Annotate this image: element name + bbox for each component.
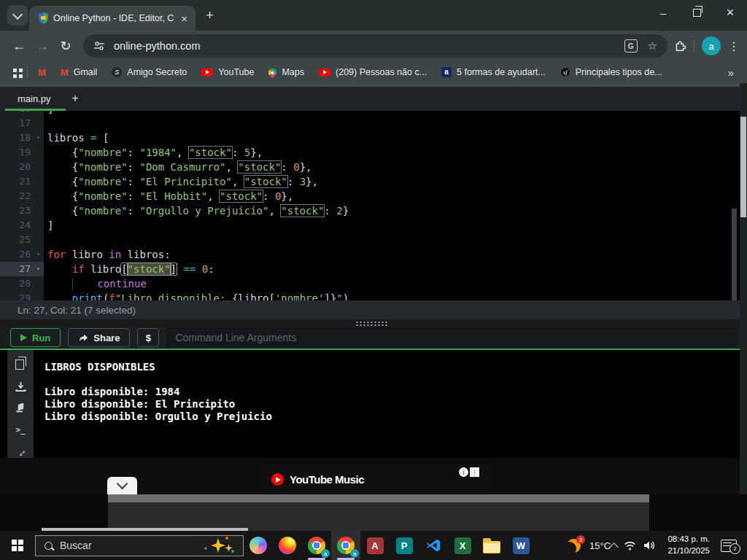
taskbar-explorer[interactable] [477,531,506,560]
resize-handle[interactable] [355,321,389,326]
youtube-icon [201,69,213,77]
console-output[interactable]: LIBROS DISPONIBLES Libro disponible: 198… [34,350,747,458]
wifi-icon[interactable] [622,541,637,551]
split-handle-row [0,319,747,327]
taskbar-weather[interactable]: 3 15°C [566,537,611,554]
extensions-icon[interactable] [673,39,686,52]
address-bar[interactable]: online-python.com G ☆ [83,34,667,58]
volume-icon[interactable] [642,540,657,551]
code-line-24[interactable]: 24] [0,218,747,233]
code-line-23[interactable]: 23 {"nombre": "Orgullo y Prejuicio", "st… [0,203,747,218]
bookmark-item[interactable]: SAmigo Secreto [112,67,187,77]
bookmark-label: Amigo Secreto [127,67,187,77]
code-line-18[interactable]: 18▾libros = [ [0,131,747,145]
restore-button[interactable] [680,0,713,25]
terminal-icon[interactable]: >_ [15,424,27,436]
code-line-19[interactable]: 19 {"nombre": "1984", "stock": 5}, [0,145,747,160]
start-button[interactable] [0,531,35,560]
background-window[interactable] [108,494,649,531]
shell-button[interactable]: $ [137,328,159,347]
translate-icon[interactable]: G [624,39,638,52]
share-label: Share [93,332,120,343]
chrome-profile-badge: a [350,549,359,558]
notifications-icon[interactable]: 2 [721,540,737,552]
clear-output-icon[interactable] [15,402,27,415]
collapse-ad-button[interactable] [107,477,137,494]
bookmark-item[interactable]: MGmail [61,67,98,78]
site-info-icon[interactable] [93,41,105,51]
ad-menu-icon[interactable]: ⋮ [470,467,479,477]
page-scrollbar[interactable] [740,83,747,494]
site-favicon [38,12,49,24]
taskbar-chrome-active[interactable]: a [331,531,360,560]
editor-scrollbar-thumb[interactable] [732,209,737,300]
new-tab-button[interactable]: + [206,7,214,23]
code-line-16[interactable]: 16] [0,111,747,116]
code-line-29[interactable]: 29 print(f"Libro disponible: {libro['nom… [0,291,747,300]
browser-menu-icon[interactable]: ⋮ [728,39,740,53]
minimize-button[interactable]: – [646,0,680,25]
code-line-26[interactable]: 26▾for libro in libros: [0,247,747,262]
code-line-21[interactable]: 21 {"nombre": "El Principito", "stock": … [0,174,747,189]
run-button[interactable]: Run [10,328,61,347]
code-line-22[interactable]: 22 {"nombre": "El Hobbit", "stock": 0}, [0,189,747,203]
globe-icon: S [112,67,122,77]
taskbar-copilot[interactable] [244,531,273,560]
bookmark-item[interactable]: M [38,67,46,78]
taskbar: Buscar a a A P X W 3 15°C [0,531,747,560]
bookmark-item[interactable]: sfPrincipales tipos de... [560,67,662,77]
taskbar-vscode[interactable] [419,531,448,560]
taskbar-word[interactable]: W [506,531,535,560]
bookmarks-overflow-icon[interactable]: » [728,66,734,79]
taskbar-search[interactable]: Buscar [35,535,244,556]
background-window-bar [108,494,649,502]
taskbar-access[interactable]: A [360,531,390,560]
bookmark-item[interactable]: YouTube [201,67,254,77]
search-icon [44,542,53,550]
taskbar-clock[interactable]: 08:43 p. m. 21/10/2025 [667,534,710,556]
page-scrollbar-thumb[interactable] [740,117,746,217]
ad-banner[interactable]: YouTube Music i ⋮ [263,464,490,494]
command-line-args-input[interactable]: Command Line Arguments [166,327,737,348]
code-line-27[interactable]: 27▾ if libro["stock"] == 0: [0,262,747,276]
editor-new-file-button[interactable]: + [71,91,79,106]
taskbar-chrome[interactable]: a [302,531,331,560]
copy-output-icon[interactable] [15,359,27,371]
bookmark-star-icon[interactable]: ☆ [648,39,657,52]
taskbar-excel[interactable]: X [448,531,477,560]
close-window-button[interactable]: × [713,0,747,25]
temperature-text: 15°C [589,540,611,551]
profile-avatar[interactable]: a [702,36,721,55]
ad-info-icon[interactable]: i [459,467,468,477]
bookmark-item[interactable]: a5 formas de ayudart... [441,67,546,77]
windows-logo-icon [12,540,17,545]
back-button[interactable]: ← [7,39,31,54]
browser-tab[interactable]: Online Python - IDE, Editor, Con × [29,6,196,31]
code-line-25[interactable]: 25 [0,233,747,247]
bookmark-item[interactable]: Maps [268,67,304,77]
close-tab-icon[interactable]: × [179,12,190,25]
code-line-20[interactable]: 20 {"nombre": "Dom Casmurro", "stock": 0… [0,160,747,174]
maps-icon [267,66,279,78]
reload-button[interactable]: ↻ [54,38,77,54]
gmail-icon: M [38,67,46,78]
tab-search-button[interactable] [7,5,28,26]
output-console: >_ ↔ LIBROS DISPONIBLES Libro disponible… [0,349,747,458]
gmail-icon: M [61,67,69,78]
apps-grid-icon[interactable] [13,69,17,72]
taskbar-publisher[interactable]: P [390,531,419,560]
tray-overflow-icon[interactable] [610,542,619,552]
download-output-icon[interactable] [15,381,27,393]
bookmark-item[interactable]: (209) Pessoas não c... [319,67,427,77]
youtube-music-icon [271,473,284,486]
code-line-17[interactable]: 17 [0,116,747,131]
bookmark-label: 5 formas de ayudart... [457,67,546,77]
code-editor[interactable]: 16]1718▾libros = [19 {"nombre": "1984", … [0,111,747,300]
code-line-28[interactable]: 28 continue [0,276,747,291]
share-button[interactable]: Share [68,328,130,347]
taskbar-firefox[interactable] [273,531,302,560]
expand-console-icon[interactable]: ↔ [12,443,29,460]
forward-button[interactable]: → [31,39,54,54]
url-text[interactable]: online-python.com [114,40,617,52]
editor-tab-mainpy[interactable]: main.py [0,87,64,111]
